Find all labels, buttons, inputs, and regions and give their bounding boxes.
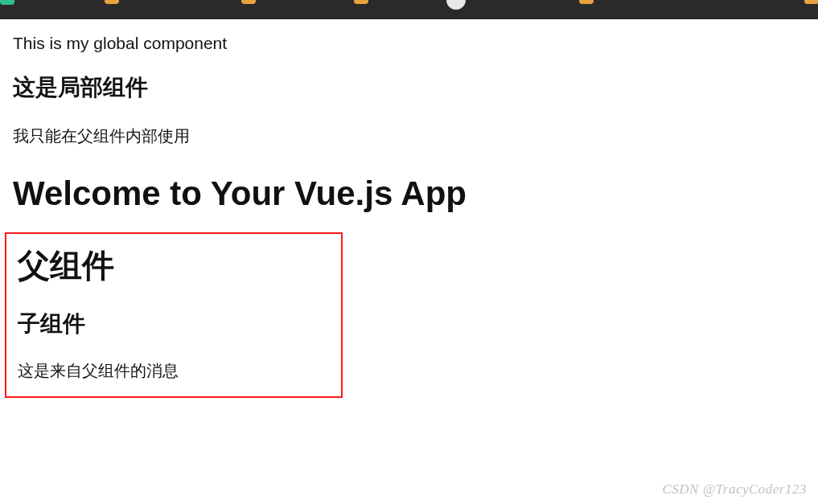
local-component-description: 我只能在父组件内部使用 [13,125,805,147]
window-titlebar [0,0,818,19]
tab-indicator [354,0,368,4]
parent-component-heading: 父组件 [18,244,330,288]
page-content: This is my global component 这是局部组件 我只能在父… [0,19,818,406]
watermark: CSDN @TracyCoder123 [662,481,807,498]
tab-indicator [241,0,256,4]
tab-indicator [105,0,119,4]
child-component-heading: 子组件 [18,309,330,339]
local-component-heading: 这是局部组件 [13,72,805,103]
tab-indicator [579,0,594,4]
global-component-text: This is my global component [13,34,805,53]
tab-indicator [0,0,14,5]
welcome-heading: Welcome to Your Vue.js App [13,174,805,213]
tab-indicator [804,0,818,4]
notch-indicator [446,0,466,10]
child-component-message: 这是来自父组件的消息 [18,360,330,382]
parent-component-box: 父组件 子组件 这是来自父组件的消息 [5,232,343,398]
